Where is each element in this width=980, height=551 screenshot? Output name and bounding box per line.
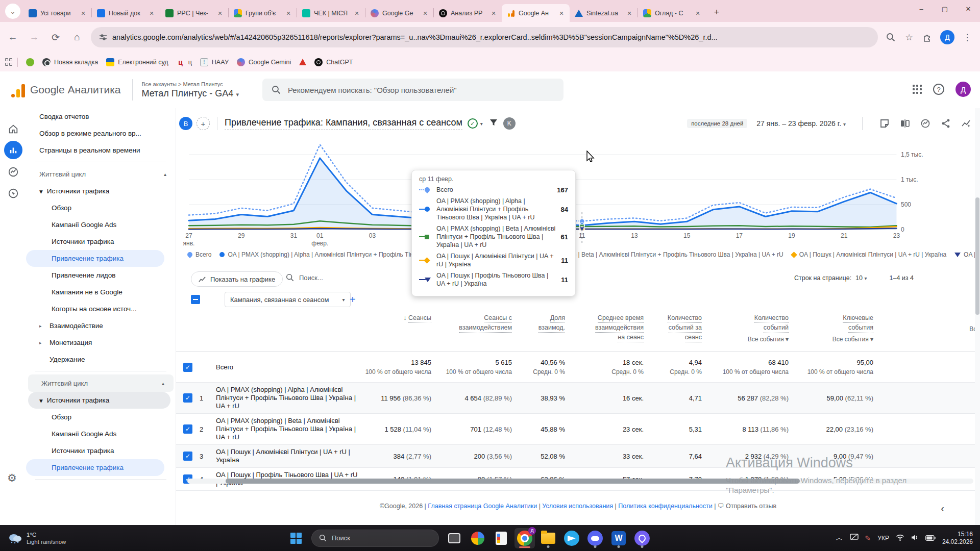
row-checkbox[interactable]: ✓ [183, 452, 192, 461]
apps-grid-icon[interactable] [5, 58, 13, 66]
footer-link[interactable]: Главная страница Google Аналитики [428, 503, 537, 510]
discord-app-icon[interactable] [585, 528, 605, 548]
start-button[interactable] [286, 528, 306, 548]
filter-icon[interactable] [489, 118, 498, 129]
task-view-icon[interactable] [444, 528, 464, 548]
gear-icon[interactable]: ⚙ [7, 472, 17, 484]
volume-icon[interactable] [911, 534, 919, 542]
browser-tab[interactable]: Групи об'є✕ [229, 4, 297, 22]
row-checkbox[interactable]: ✓ [183, 393, 192, 403]
report-status[interactable]: ✓ ▾ [468, 118, 483, 129]
report-title[interactable]: Привлечение трафика: Кампания, связанная… [225, 117, 462, 130]
browser-tab[interactable]: Огляд - С✕ [638, 4, 706, 22]
tab-close-icon[interactable]: ✕ [421, 9, 429, 17]
new-tab-button[interactable]: + [710, 6, 723, 19]
help-icon[interactable]: ? [933, 84, 944, 95]
ga-search-input[interactable]: Рекомендуем поискать: "Обзор пользовател… [262, 79, 564, 101]
sidebar-item-active[interactable]: Привлечение трафика [26, 250, 164, 267]
sidebar-item-child[interactable]: Обзор [26, 199, 176, 216]
file-explorer-icon[interactable] [538, 528, 558, 548]
row-checkbox[interactable]: ✓ [183, 363, 192, 372]
report-owner-badge[interactable]: B [179, 117, 192, 130]
sidebar-item-child[interactable]: Когорты на основе источ... [26, 300, 176, 317]
column-header[interactable]: КлючевыесобытияВсе события ▾ [789, 310, 873, 344]
compare-icon[interactable] [899, 118, 911, 129]
ga-avatar[interactable]: Д [955, 82, 971, 97]
sidebar-item[interactable]: Страницы в реальном времени [26, 142, 176, 159]
table-row[interactable]: ✓1OA | PMAX (shopping) | Alpha | Алюміні… [176, 383, 980, 414]
taskbar-search[interactable]: Поиск [311, 530, 439, 547]
browser-tab[interactable]: Анализ PP✕ [434, 4, 502, 22]
bookmark-item[interactable]: ChatGPT [310, 56, 357, 68]
tab-close-icon[interactable]: ✕ [79, 9, 87, 17]
back-icon[interactable]: ← [4, 29, 21, 46]
reload-icon[interactable]: ⟳ [47, 29, 64, 46]
table-search-input[interactable]: Поиск... [286, 273, 323, 282]
add-report-icon[interactable]: + [197, 117, 210, 130]
sidebar-item[interactable]: Удержание [26, 351, 176, 368]
minimize-icon[interactable]: – [910, 0, 933, 17]
column-filter-dropdown[interactable]: Все события ▾ [789, 335, 873, 344]
bookmark-item[interactable] [22, 56, 38, 68]
dimension-selector[interactable]: Кампания, связанная с сеансом ▾ [225, 292, 351, 307]
site-settings-icon[interactable] [99, 33, 107, 41]
sidebar-item[interactable]: Сводка отчетов [26, 108, 176, 125]
page-scrollbar-thumb[interactable] [975, 197, 979, 315]
browser-profile-avatar[interactable]: Д [940, 30, 954, 44]
footer-link[interactable]: Условия использования [542, 503, 613, 510]
footer-link[interactable]: Политика конфиденциальности [618, 503, 712, 510]
ga-account-block[interactable]: Все аккаунты > Метал Плинтус Метал Плинт… [142, 81, 239, 99]
column-header[interactable]: Количествособытий засеанс [644, 310, 702, 342]
sidebar-group[interactable]: ▾Источники трафика [26, 183, 176, 199]
page-scrollbar[interactable] [975, 108, 980, 525]
tab-close-icon[interactable]: ✕ [216, 9, 224, 17]
add-dimension-button[interactable]: + [350, 294, 356, 306]
browser-tab[interactable]: ЧЕК | МІСЯ✕ [297, 4, 365, 22]
home-icon[interactable]: ⌂ [68, 29, 86, 46]
battery-icon[interactable] [925, 534, 936, 542]
taskbar-weather-widget[interactable]: 1°CLight rain/snow [7, 531, 109, 545]
column-header[interactable]: Среднее времявзаимодействияна сеанс [565, 310, 644, 342]
paint-app-icon[interactable] [491, 528, 511, 548]
bookmark-item[interactable]: Google Gemini [233, 56, 295, 68]
reports-nav-icon[interactable] [4, 141, 22, 159]
language-indicator[interactable]: УКР [877, 535, 889, 542]
column-header[interactable]: Сеансы свзаимодействием [431, 310, 512, 333]
zoom-icon[interactable] [885, 32, 896, 43]
browser-tab[interactable]: Новый док✕ [92, 4, 160, 22]
bookmark-item[interactable]: Електронний суд [102, 56, 172, 68]
browser-tab[interactable]: Google Ge✕ [365, 4, 433, 22]
date-range[interactable]: 27 янв. – 23 февр. 2026 г. ▾ [756, 119, 846, 128]
browser-menu-icon[interactable]: ⋮ [962, 32, 973, 43]
sidebar-item-child[interactable]: Привлечение лидов [26, 267, 176, 284]
tab-close-icon[interactable]: ✕ [557, 9, 566, 17]
bookmark-item[interactable]: цц [173, 56, 196, 68]
browser-tab[interactable]: PPC | Чек-✕ [160, 4, 228, 22]
notes-icon[interactable] [879, 118, 890, 129]
forward-icon[interactable]: → [26, 29, 43, 46]
sidebar-item[interactable]: Обзор в режиме реального вр... [26, 125, 176, 142]
tab-close-icon[interactable]: ✕ [489, 9, 498, 17]
tab-close-icon[interactable]: ✕ [353, 9, 361, 17]
date-preset-chip[interactable]: последние 28 дней [687, 119, 747, 128]
tab-close-icon[interactable]: ✕ [148, 9, 156, 17]
tray-pen-icon[interactable]: ✎ [865, 534, 871, 542]
maximize-icon[interactable]: ▢ [933, 0, 957, 17]
collaborator-badge[interactable]: K [503, 117, 516, 130]
ga-apps-grid-icon[interactable] [913, 85, 922, 94]
column-filter-dropdown[interactable]: Все [873, 324, 980, 334]
widgets-icon[interactable] [468, 528, 488, 548]
viber-app-icon[interactable] [632, 528, 652, 548]
taskbar-clock[interactable]: 15:16 24.02.2026 [942, 531, 973, 546]
column-header[interactable]: Долявзаимод. [512, 310, 565, 333]
url-bar[interactable]: analytics.google.com/analytics/web/#/a14… [91, 27, 878, 47]
home-nav-icon[interactable] [7, 122, 20, 136]
column-filter-dropdown[interactable]: Все события ▾ [702, 335, 789, 344]
advanced-analysis-icon[interactable] [961, 118, 972, 129]
sidebar-item-child[interactable]: Кампанії Google Ads [26, 216, 176, 233]
tab-search-button[interactable]: ⌄ [5, 4, 20, 19]
explore-nav-icon[interactable] [7, 165, 20, 179]
word-app-icon[interactable]: W [608, 528, 629, 548]
feedback-link[interactable]: 🗩 Отправить отзыв [718, 503, 776, 510]
share-icon[interactable] [940, 118, 951, 129]
